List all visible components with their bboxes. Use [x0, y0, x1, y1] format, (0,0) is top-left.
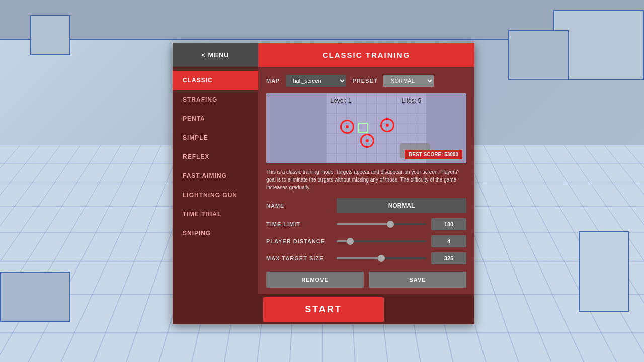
main-modal: < MENU CLASSIC TRAINING CLASSIC STRAFING…	[173, 43, 474, 324]
preset-label: PRESET	[352, 78, 377, 84]
map-select[interactable]: hall_screen open_field	[286, 75, 346, 87]
sidebar-item-reflex[interactable]: REFLEX	[173, 147, 258, 166]
bg-block-4	[30, 15, 70, 55]
sidebar-item-sniping[interactable]: SNIPING	[173, 224, 258, 243]
max-target-size-fill	[337, 257, 381, 259]
player-distance-label: PLAYER DISTANCE	[266, 238, 332, 244]
sidebar-item-simple[interactable]: SIMPLE	[173, 128, 258, 147]
modal-footer: START	[173, 294, 474, 324]
sidebar-item-lightning-gun[interactable]: LIGHTNING GUN	[173, 186, 258, 205]
start-button[interactable]: START	[263, 297, 384, 322]
max-target-size-value: 325	[431, 252, 466, 264]
bg-block-5	[0, 272, 70, 322]
player-distance-slider-container	[337, 240, 426, 242]
level-label: Level: 1	[330, 97, 351, 104]
time-limit-thumb[interactable]	[387, 221, 394, 228]
modal-title: CLASSIC TRAINING	[258, 43, 474, 67]
version-text: VERSION 1.13	[602, 352, 639, 358]
player-distance-value: 4	[431, 235, 466, 247]
lifes-label: Lifes: 5	[401, 97, 421, 104]
max-target-size-slider-container	[337, 257, 426, 259]
player-distance-track[interactable]	[337, 240, 426, 242]
modal-body: CLASSIC STRAFING PENTA SIMPLE REFLEX FAS…	[173, 67, 474, 294]
setting-row-player-distance: PLAYER DISTANCE 4	[266, 235, 466, 247]
sidebar-item-penta[interactable]: PENTA	[173, 109, 258, 128]
sidebar: CLASSIC STRAFING PENTA SIMPLE REFLEX FAS…	[173, 67, 258, 294]
setting-row-name: NAME NORMAL	[266, 198, 466, 213]
bg-block-3	[579, 231, 629, 312]
bg-block-2	[508, 30, 569, 80]
map-preset-row: MAP hall_screen open_field PRESET NORMAL…	[266, 75, 466, 87]
preview-stats: Level: 1 Lifes: 5	[330, 97, 421, 104]
player-distance-thumb[interactable]	[347, 238, 354, 245]
max-target-size-label: MAX TARGET SIZE	[266, 255, 332, 261]
preview-left-wall	[266, 93, 326, 163]
setting-row-time-limit: TIME LIMIT 180	[266, 218, 466, 230]
menu-button[interactable]: < MENU	[173, 43, 258, 67]
preview-area: Level: 1 Lifes: 5 BEST SCORE: 53000	[266, 93, 466, 163]
preset-select[interactable]: NORMAL EASY HARD	[383, 75, 434, 87]
main-content: MAP hall_screen open_field PRESET NORMAL…	[258, 67, 474, 294]
best-score-badge: BEST SCORE: 53000	[405, 150, 462, 159]
max-target-size-track[interactable]	[337, 257, 426, 259]
remove-button[interactable]: REMOVE	[266, 272, 364, 288]
time-limit-value: 180	[431, 218, 466, 230]
time-limit-track[interactable]	[337, 223, 426, 225]
max-target-size-thumb[interactable]	[378, 255, 385, 262]
crosshair	[358, 123, 368, 133]
time-limit-slider-container	[337, 223, 426, 225]
time-limit-fill	[337, 223, 390, 225]
action-buttons-row: REMOVE SAVE	[266, 272, 466, 288]
sidebar-item-strafing[interactable]: STRAFING	[173, 90, 258, 109]
sidebar-item-fast-aiming[interactable]: FAST AIMING	[173, 166, 258, 186]
save-button[interactable]: SAVE	[369, 272, 466, 288]
setting-row-max-target-size: MAX TARGET SIZE 325	[266, 252, 466, 264]
sidebar-item-classic[interactable]: CLASSIC	[173, 71, 258, 90]
description: This is a classic training mode. Targets…	[266, 168, 466, 191]
time-limit-label: TIME LIMIT	[266, 221, 332, 227]
modal-header: < MENU CLASSIC TRAINING	[173, 43, 474, 67]
name-value[interactable]: NORMAL	[337, 198, 466, 213]
sidebar-item-time-trial[interactable]: TIME TRIAL	[173, 205, 258, 224]
name-setting-label: NAME	[266, 203, 332, 209]
map-label: MAP	[266, 78, 280, 84]
